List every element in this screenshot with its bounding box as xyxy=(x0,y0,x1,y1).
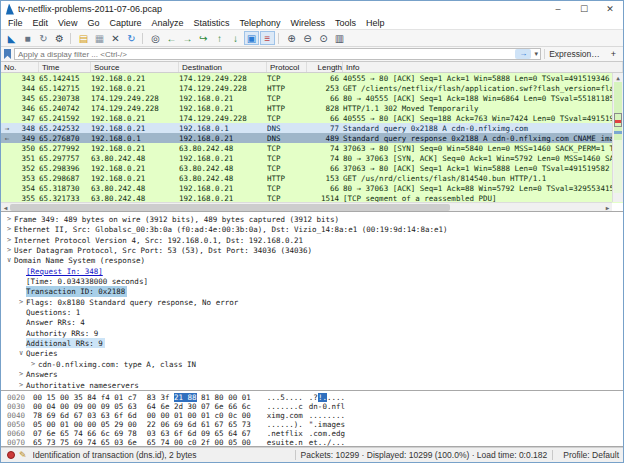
packet-list-vertical-scrollbar[interactable]: ▲ xyxy=(612,73,623,202)
expander-icon[interactable] xyxy=(16,338,26,348)
hex-row[interactable]: 0060 07 6e 65 74 66 6c 69 78 03 63 6f 6d… xyxy=(7,429,623,438)
hscrollbar-thumb[interactable] xyxy=(10,204,450,211)
menu-item[interactable]: View xyxy=(53,17,82,29)
packet-row[interactable]: ←349 65.276870 192.168.0.1 192.168.0.21 … xyxy=(1,133,623,143)
menu-item[interactable]: Help xyxy=(361,17,390,29)
scroll-right-icon[interactable]: ▶ xyxy=(603,204,612,211)
filter-bookmark-icon[interactable] xyxy=(4,49,11,59)
expander-icon[interactable]: > xyxy=(4,224,14,234)
detail-line[interactable]: Authority RRs: 9 xyxy=(1,328,623,338)
menu-item[interactable]: Capture xyxy=(104,17,146,29)
zoom-in-icon[interactable]: ⊕ xyxy=(284,31,299,45)
go-forward-icon[interactable]: → xyxy=(180,31,195,45)
go-to-packet-icon[interactable]: ↪ xyxy=(196,31,211,45)
packet-row[interactable]: 352 65.298396 192.168.0.21 63.80.242.48 … xyxy=(1,163,623,173)
detail-line[interactable]: [Time: 0.034338000 seconds] xyxy=(1,276,623,286)
close-button[interactable]: ✕ xyxy=(597,2,623,17)
display-filter-input[interactable] xyxy=(15,49,515,59)
detail-line[interactable]: > Authoritative nameservers xyxy=(1,380,623,390)
open-file-icon[interactable]: ▤ xyxy=(76,31,91,45)
detail-line[interactable]: ∨ Domain Name System (response) xyxy=(1,255,623,265)
packet-row[interactable]: 345 65.230738 174.129.249.228 192.168.0.… xyxy=(1,93,623,103)
column-header-time[interactable]: Time xyxy=(39,62,91,72)
profile-status[interactable]: Profile: Default xyxy=(558,450,619,460)
save-file-icon[interactable]: ▦ xyxy=(92,31,107,45)
expander-icon[interactable] xyxy=(16,317,26,327)
column-header-no[interactable]: No. xyxy=(1,62,39,72)
zoom-out-icon[interactable]: ⊖ xyxy=(300,31,315,45)
zoom-100-icon[interactable]: ⊙ xyxy=(316,31,331,45)
menu-item[interactable]: Go xyxy=(82,17,104,29)
expander-icon[interactable]: > xyxy=(16,369,26,379)
menu-item[interactable]: File xyxy=(3,17,28,29)
expert-info-icon[interactable] xyxy=(7,451,15,459)
expander-icon[interactable]: > xyxy=(4,214,14,224)
expander-icon[interactable]: > xyxy=(28,359,38,369)
scrollbar-thumb[interactable] xyxy=(614,113,622,127)
detail-line[interactable]: > Answers xyxy=(1,369,623,379)
find-packet-icon[interactable]: ◎ xyxy=(148,31,163,45)
hex-row[interactable]: 0030 00 04 00 09 00 09 05 63 64 6e 2d 30… xyxy=(7,402,623,411)
expander-icon[interactable]: > xyxy=(4,235,14,245)
expander-icon[interactable] xyxy=(16,276,26,286)
menu-item[interactable]: Edit xyxy=(28,17,54,29)
expander-icon[interactable]: > xyxy=(16,380,26,390)
packet-list-horizontal-scrollbar[interactable]: ◀ ▶ xyxy=(1,202,612,211)
go-first-icon[interactable]: ↑ xyxy=(212,31,227,45)
detail-line[interactable]: > Flags: 0x8180 Standard query response,… xyxy=(1,297,623,307)
colorize-icon[interactable]: ≡ xyxy=(260,31,275,45)
reload-file-icon[interactable]: ↻ xyxy=(124,31,139,45)
maximize-button[interactable]: ☐ xyxy=(571,2,597,17)
expander-icon[interactable]: > xyxy=(16,297,26,307)
packet-row[interactable]: 343 65.142415 192.168.0.21 174.129.249.2… xyxy=(1,73,623,83)
scrollbar-minimap[interactable] xyxy=(614,82,622,193)
detail-line[interactable]: Transaction ID: 0x2188 xyxy=(1,286,623,296)
detail-line[interactable]: > cdn-0.nflximg.com: type A, class IN xyxy=(1,359,623,369)
column-header-length[interactable]: Length xyxy=(307,62,343,72)
detail-line[interactable]: > User Datagram Protocol, Src Port: 53 (… xyxy=(1,245,623,255)
expander-icon[interactable] xyxy=(16,307,26,317)
expander-icon[interactable] xyxy=(16,286,26,296)
hex-row[interactable]: 0020 00 15 00 35 84 f4 01 c7 83 3f 21 88… xyxy=(7,393,623,402)
detail-line[interactable]: > Frame 349: 489 bytes on wire (3912 bit… xyxy=(1,214,623,224)
detail-line[interactable]: Additional RRs: 9 xyxy=(1,338,623,348)
packet-row[interactable]: 351 65.297757 63.80.242.48 192.168.0.21 … xyxy=(1,153,623,163)
apply-filter-icon[interactable]: → xyxy=(515,49,531,59)
detail-line[interactable]: Answer RRs: 4 xyxy=(1,317,623,327)
go-back-icon[interactable]: ← xyxy=(164,31,179,45)
resize-columns-icon[interactable]: ▥ xyxy=(332,31,347,45)
expander-icon[interactable] xyxy=(16,266,26,276)
close-capture-icon[interactable]: ✕ xyxy=(108,31,123,45)
restart-capture-icon[interactable]: ↻ xyxy=(36,31,51,45)
column-header-info[interactable]: Info xyxy=(343,62,623,72)
packet-bytes-pane[interactable]: 0020 00 15 00 35 84 f4 01 c7 83 3f 21 88… xyxy=(1,391,623,447)
packet-row[interactable]: →348 65.242532 192.168.0.21 192.168.0.1 … xyxy=(1,123,623,133)
detail-line[interactable]: > Ethernet II, Src: Globalsc_00:3b:0a (f… xyxy=(1,224,623,234)
menu-item[interactable]: Tools xyxy=(330,17,361,29)
expander-icon[interactable] xyxy=(16,328,26,338)
detail-line[interactable]: [Request In: 348] xyxy=(1,266,623,276)
add-filter-button[interactable]: + xyxy=(607,49,620,59)
column-header-source[interactable]: Source xyxy=(91,62,179,72)
menu-item[interactable]: Wireless xyxy=(286,17,331,29)
menu-item[interactable]: Analyze xyxy=(146,17,188,29)
menu-item[interactable]: Telephony xyxy=(234,17,285,29)
hex-row[interactable]: 0040 78 69 6d 67 03 63 6f 6d 00 00 01 00… xyxy=(7,411,623,420)
packet-row[interactable]: 350 65.277992 192.168.0.21 63.80.242.48 … xyxy=(1,143,623,153)
packet-row[interactable]: 344 65.142715 192.168.0.21 174.129.249.2… xyxy=(1,83,623,93)
column-header-destination[interactable]: Destination xyxy=(179,62,267,72)
detail-line[interactable]: > Internet Protocol Version 4, Src: 192.… xyxy=(1,235,623,245)
auto-scroll-icon[interactable]: ▣ xyxy=(244,31,259,45)
stop-capture-icon[interactable]: ■ xyxy=(20,31,35,45)
scroll-left-icon[interactable]: ◀ xyxy=(1,204,10,211)
expander-icon[interactable]: > xyxy=(4,245,14,255)
hex-row[interactable]: 0050 05 00 01 00 00 05 29 00 22 06 69 6d… xyxy=(7,420,623,429)
hex-row[interactable]: 0070 65 73 75 69 74 65 03 6e 65 74 00 c0… xyxy=(7,438,623,447)
packet-row[interactable]: 346 65.240742 174.129.249.228 192.168.0.… xyxy=(1,103,623,113)
expander-icon[interactable]: ∨ xyxy=(16,348,26,358)
expander-icon[interactable]: ∨ xyxy=(4,255,14,265)
packet-row[interactable]: 353 65.298687 192.168.0.21 63.80.242.48 … xyxy=(1,173,623,183)
packet-row[interactable]: 347 65.241592 192.168.0.21 174.129.249.2… xyxy=(1,113,623,123)
filter-history-caret-icon[interactable]: ▾ xyxy=(532,50,540,58)
expression-button[interactable]: Expression… xyxy=(544,49,604,59)
